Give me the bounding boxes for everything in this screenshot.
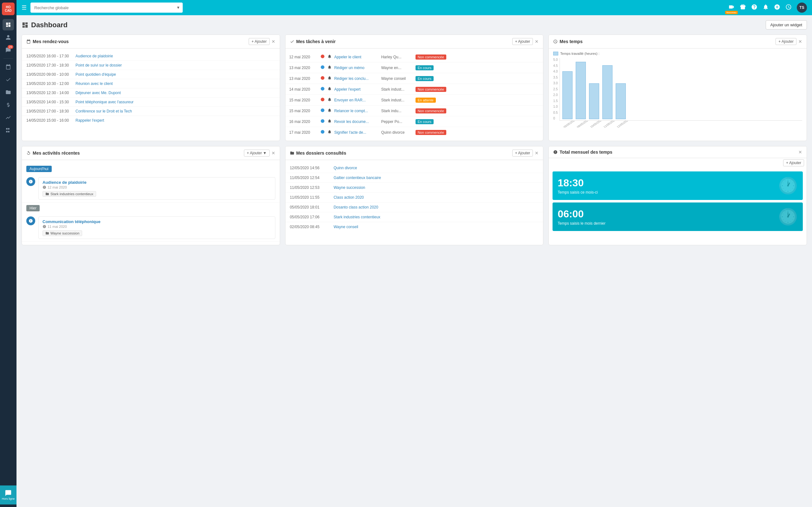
total-temps-header: Total mensuel des temps ✕ bbox=[549, 147, 807, 158]
task-bell-icon bbox=[327, 54, 332, 60]
chart-y-label: 5.0 bbox=[553, 58, 558, 61]
notifications-icon[interactable] bbox=[763, 4, 769, 12]
appt-link[interactable]: Point quotidien d'équipe bbox=[75, 72, 116, 77]
chart-x-label: 11/05/2020 bbox=[603, 121, 613, 128]
dossier-link[interactable]: Quinn divorce bbox=[334, 166, 357, 170]
add-widget-button[interactable]: Ajouter un widget bbox=[766, 20, 807, 30]
chart-x-label: 10/05/2020 bbox=[590, 121, 600, 128]
chart-x-label: 12/05/2020 bbox=[616, 121, 626, 128]
svg-point-4 bbox=[321, 98, 324, 101]
task-bell-icon bbox=[327, 76, 332, 81]
hamburger-menu[interactable]: ☰ bbox=[21, 4, 27, 11]
activities-widget-actions: + Ajouter ▼ ✕ bbox=[244, 150, 275, 157]
sidebar-item-tasks[interactable] bbox=[3, 74, 14, 85]
chart-area-wrapper: 5.04.54.03.53.02.52.01.51.00.50 05/05/20… bbox=[553, 58, 802, 128]
dossiers-close-button[interactable]: ✕ bbox=[535, 151, 539, 156]
dossier-link[interactable]: Class action 2020 bbox=[334, 195, 364, 200]
dossier-link[interactable]: Dosanto class action 2020 bbox=[334, 205, 378, 210]
task-status: Non commencée bbox=[415, 87, 446, 92]
user-avatar[interactable]: TS bbox=[797, 3, 807, 13]
appt-link[interactable]: Point téléphonique avec l'assureur bbox=[75, 100, 134, 104]
activity-content-comm: Communication téléphonique 11 mai 2020 W… bbox=[38, 216, 275, 239]
appt-link[interactable]: Conférence sur le Droit et la Tech bbox=[75, 109, 132, 113]
task-link[interactable]: Relancer le compt... bbox=[334, 109, 379, 113]
tasks-widget-actions: + Ajouter ✕ bbox=[512, 38, 539, 45]
tasks-add-button[interactable]: + Ajouter bbox=[512, 38, 533, 45]
dossier-link[interactable]: Wayne conseil bbox=[334, 225, 358, 229]
gift-icon[interactable] bbox=[740, 4, 746, 12]
appointments-close-button[interactable]: ✕ bbox=[271, 39, 275, 44]
activity-content-plaidoirie: Audience de plaidoirie 12 mai 2020 Stark… bbox=[38, 177, 275, 200]
activity-tag-comm: Wayne succession bbox=[43, 230, 82, 236]
chart-legend: Temps travaillé (heures) : bbox=[553, 52, 802, 55]
activities-close-button[interactable]: ✕ bbox=[271, 151, 275, 156]
task-link[interactable]: Appeler l'expert bbox=[334, 87, 379, 92]
sidebar-item-dossiers[interactable] bbox=[3, 87, 14, 98]
appointment-item: 13/05/2020 09:00 - 10:00 Point quotidien… bbox=[22, 70, 280, 79]
video-icon[interactable]: Nouveau bbox=[728, 4, 734, 12]
tasks-close-button[interactable]: ✕ bbox=[535, 39, 539, 44]
total-add-button[interactable]: + Ajouter bbox=[783, 159, 804, 166]
appt-link[interactable]: Réunion avec le client bbox=[75, 81, 113, 86]
activity-item-plaidoirie: Audience de plaidoirie 12 mai 2020 Stark… bbox=[22, 175, 280, 203]
sidebar-item-contacts[interactable] bbox=[3, 32, 14, 43]
appt-time: 13/05/2020 12:30 - 14:00 bbox=[26, 91, 75, 95]
task-link[interactable]: Revoir les docume... bbox=[334, 119, 379, 124]
dossier-item: 05/05/2020 18:01 Dosanto class action 20… bbox=[286, 203, 543, 212]
appointments-add-button[interactable]: + Ajouter bbox=[249, 38, 270, 45]
task-date: 17 mai 2020 bbox=[289, 130, 318, 135]
task-bell-icon bbox=[327, 97, 332, 103]
appt-link[interactable]: Point de suivi sur le dossier bbox=[75, 63, 122, 67]
svg-point-5 bbox=[321, 108, 324, 112]
chart-y-label: 0.5 bbox=[553, 111, 558, 114]
task-status: Non commencée bbox=[415, 55, 446, 60]
task-link[interactable]: Signifier l'acte de... bbox=[334, 130, 379, 135]
appointments-widget-header: Mes rendez-vous + Ajouter ✕ bbox=[22, 35, 280, 49]
search-input[interactable] bbox=[31, 3, 183, 13]
task-assignee: Wayne conseil bbox=[381, 76, 413, 81]
appt-time: 12/05/2020 17:30 - 18:30 bbox=[26, 63, 75, 67]
task-link[interactable]: Envoyer en RAR... bbox=[334, 98, 379, 102]
temps-widget-header: Mes temps + Ajouter ✕ bbox=[549, 35, 807, 49]
sidebar-item-billing[interactable] bbox=[3, 99, 14, 111]
dossier-link[interactable]: Stark industries contentieux bbox=[334, 215, 380, 219]
sidebar-item-calendar[interactable] bbox=[3, 61, 14, 72]
appt-link[interactable]: Audience de plaidoirie bbox=[75, 54, 113, 58]
chart-x-labels: 05/05/202009/05/202010/05/202011/05/2020… bbox=[560, 121, 802, 128]
svg-point-7 bbox=[321, 130, 324, 134]
appt-time: 13/05/2020 10:30 - 12:00 bbox=[26, 81, 75, 86]
temps-add-button[interactable]: + Ajouter bbox=[775, 38, 797, 45]
chat-widget[interactable]: Hors ligne bbox=[0, 486, 16, 504]
sidebar-item-reports[interactable] bbox=[3, 112, 14, 123]
tasks-widget-header: Mes tâches à venir + Ajouter ✕ bbox=[286, 35, 543, 49]
dossier-link[interactable]: Wayne succession bbox=[334, 185, 365, 190]
messages-badge: 29 bbox=[8, 45, 13, 49]
task-bell-icon bbox=[327, 130, 332, 135]
task-link[interactable]: Rédiger un mémo bbox=[334, 66, 379, 70]
add-icon[interactable] bbox=[774, 4, 780, 12]
sidebar-item-dashboard[interactable] bbox=[3, 19, 14, 31]
total-temps-close[interactable]: ✕ bbox=[798, 150, 802, 155]
dossier-link[interactable]: Galtier contentieux bancaire bbox=[334, 176, 381, 180]
appt-link[interactable]: Rappeler l'expert bbox=[75, 118, 104, 123]
appointment-item: 14/05/2020 15:00 - 16:00 Rappeler l'expe… bbox=[22, 116, 280, 125]
task-link[interactable]: Rédiger les conclu... bbox=[334, 76, 379, 81]
task-item: 16 mai 2020 Revoir les docume... Pepper … bbox=[286, 116, 543, 127]
help-icon[interactable] bbox=[751, 4, 757, 12]
temps-close-button[interactable]: ✕ bbox=[798, 39, 802, 44]
current-time-info: 18:30 Temps saisis ce mois-ci bbox=[558, 177, 598, 194]
dossier-time: 05/05/2020 18:01 bbox=[290, 205, 331, 210]
activities-add-button[interactable]: + Ajouter ▼ bbox=[244, 150, 270, 157]
appt-time: 13/05/2020 17:00 - 18:30 bbox=[26, 109, 75, 113]
task-link[interactable]: Appeler le client bbox=[334, 55, 379, 59]
app-logo[interactable]: HO CAD bbox=[2, 3, 14, 15]
dossiers-add-button[interactable]: + Ajouter bbox=[512, 150, 533, 157]
dossiers-widget-actions: + Ajouter ✕ bbox=[512, 150, 539, 157]
chart-bars-container: 05/05/202009/05/202010/05/202011/05/2020… bbox=[560, 58, 802, 128]
sidebar-item-messages[interactable]: 29 bbox=[3, 44, 14, 56]
clock-icon[interactable] bbox=[785, 4, 792, 12]
appt-link[interactable]: Déjeuner avec Me. Dupont bbox=[75, 91, 121, 95]
task-assignee: Stark indust... bbox=[381, 87, 413, 92]
appointment-item: 13/05/2020 10:30 - 12:00 Réunion avec le… bbox=[22, 79, 280, 89]
sidebar-item-settings[interactable] bbox=[3, 124, 14, 136]
